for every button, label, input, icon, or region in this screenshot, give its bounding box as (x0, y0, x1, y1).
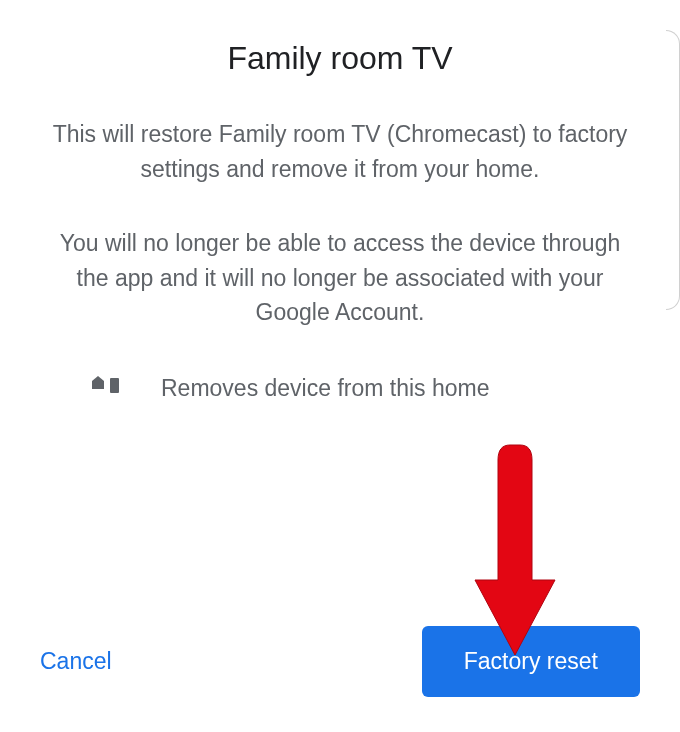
adjacent-panel-edge (666, 30, 680, 310)
cancel-button[interactable]: Cancel (40, 638, 112, 685)
remove-device-label: Removes device from this home (161, 375, 490, 402)
dialog-description-2: You will no longer be able to access the… (40, 226, 640, 330)
factory-reset-dialog: Family room TV This will restore Family … (0, 0, 680, 732)
dialog-title: Family room TV (40, 40, 640, 77)
factory-reset-button[interactable]: Factory reset (422, 626, 640, 697)
dialog-description-1: This will restore Family room TV (Chrome… (40, 117, 640, 186)
home-remove-icon (90, 375, 126, 403)
remove-device-row: Removes device from this home (40, 375, 640, 403)
svg-rect-0 (110, 378, 119, 393)
dialog-actions: Cancel Factory reset (40, 626, 640, 697)
